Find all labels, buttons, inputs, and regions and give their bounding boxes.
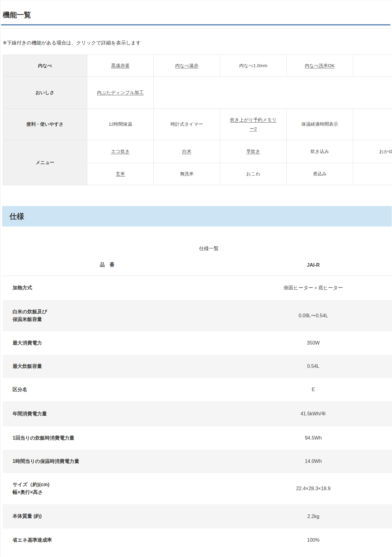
spec-value: 41.5kWh/年: [212, 401, 392, 426]
table-row: おいしさ 内ぶたディンプル加工: [3, 77, 392, 109]
specs-section-title: 仕様: [9, 212, 24, 221]
table-row: メニュー エコ炊き 白米 早炊き 炊き込み おかゆ: [3, 140, 392, 163]
table-row: 加熱方式 側面ヒーター＋底ヒーター: [3, 276, 392, 300]
specs-table-wrap: 仕様一覧 品 番 JAI-R 加熱方式 側面ヒーター＋底ヒーター 白米の炊飯及び…: [3, 246, 392, 552]
spec-value: 22.4×28.3×18.9: [212, 473, 392, 504]
feature-cell-empty: [353, 55, 392, 77]
feature-cell: おこわ: [220, 163, 287, 185]
feature-link[interactable]: 内ぶたディンプル加工: [97, 88, 144, 97]
feature-cell-empty: [353, 109, 392, 140]
table-row: 区分名 E: [3, 378, 392, 401]
feature-cell-empty: [353, 163, 392, 185]
feature-cell: 内ぶたディンプル加工: [87, 77, 154, 109]
spec-label: 最大炊飯容量: [3, 355, 212, 378]
spec-label: 省エネ基準達成率: [3, 528, 212, 552]
feature-link[interactable]: 内なべ遠赤: [175, 63, 198, 68]
feature-link[interactable]: 内なべ洗米OK: [305, 63, 334, 68]
functions-note: ※下線付きの機能がある場合は、クリックで詳細を表示します: [3, 40, 392, 46]
table-row: 1時間当りの保温時消費電力量 14.0Wh: [3, 450, 392, 473]
table-row: 年間消費電力量 41.5kWh/年: [3, 401, 392, 426]
feature-cell: 内なべ1.0mm: [220, 55, 287, 77]
feature-cell: 保温経過時間表示: [287, 109, 353, 140]
table-row: 省エネ基準達成率 100%: [3, 528, 392, 552]
table-row: 最大消費電力 350W: [3, 331, 392, 355]
spec-header-value: JAI-R: [212, 255, 392, 276]
feature-cell: 早炊き: [220, 140, 287, 163]
spec-value: 2.2kg: [212, 504, 392, 528]
row-label-inner-pot: 内なべ: [3, 55, 87, 77]
feature-cell-empty: [154, 77, 392, 109]
feature-cell: 煮込み: [287, 163, 353, 185]
feature-cell: 炊き込み: [287, 140, 353, 163]
table-row: 本体質量 (約) 2.2kg: [3, 504, 392, 528]
feature-cell: 玄米: [87, 163, 154, 185]
table-row: 内なべ 黒遠赤釜 内なべ遠赤 内なべ1.0mm 内なべ洗米OK: [3, 55, 392, 77]
spec-value: 100%: [212, 528, 392, 552]
spec-value: 14.0Wh: [212, 450, 392, 473]
spec-label: 1時間当りの保温時消費電力量: [3, 450, 212, 473]
spec-value: 350W: [212, 331, 392, 355]
spec-header-label: 品 番: [3, 255, 212, 276]
spec-label: 1回当りの炊飯時消費電力量: [3, 426, 212, 450]
spec-label: サイズ（約)(cm) 幅×奥行×高さ: [3, 473, 212, 504]
feature-link[interactable]: 黒遠赤釜: [111, 63, 130, 68]
feature-cell: 無洗米: [154, 163, 220, 185]
spec-label: 加熱方式: [3, 276, 212, 300]
spec-label: 最大消費電力: [3, 331, 212, 355]
spec-value: 0.54L: [212, 355, 392, 378]
spec-value: E: [212, 378, 392, 401]
section-divider-shadow: [1, 29, 390, 29]
specs-table-caption: 仕様一覧: [3, 246, 392, 252]
spec-label: 区分名: [3, 378, 212, 401]
table-row: 品 番 JAI-R: [3, 255, 392, 276]
feature-link[interactable]: 炊き上がり予約メモリー2: [229, 116, 277, 133]
feature-cell: 炊き上がり予約メモリー2: [220, 109, 287, 140]
feature-cell: 時計式タイマー: [154, 109, 220, 140]
spec-label: 本体質量 (約): [3, 504, 212, 528]
spec-value: 側面ヒーター＋底ヒーター: [212, 276, 392, 300]
table-row: 白米の炊飯及び 保温米飯容量 0.09L〜0.54L: [3, 300, 392, 331]
spec-value: 0.09L〜0.54L: [212, 300, 392, 331]
section-divider-rule: [1, 24, 390, 25]
feature-cell: 内なべ洗米OK: [287, 55, 353, 77]
feature-cell: エコ炊き: [87, 140, 154, 163]
table-row: サイズ（約)(cm) 幅×奥行×高さ 22.4×28.3×18.9: [3, 473, 392, 504]
feature-link[interactable]: 白米: [182, 149, 191, 154]
functions-section-title: 機能一覧: [3, 10, 392, 20]
row-label-menu: メニュー: [3, 140, 87, 185]
specs-table: 品 番 JAI-R 加熱方式 側面ヒーター＋底ヒーター 白米の炊飯及び 保温米飯…: [3, 255, 392, 552]
table-row: 1回当りの炊飯時消費電力量 94.5Wh: [3, 426, 392, 450]
functions-table: 内なべ 黒遠赤釜 内なべ遠赤 内なべ1.0mm 内なべ洗米OK おいしさ 内ぶた…: [3, 55, 392, 185]
feature-cell: 黒遠赤釜: [87, 55, 154, 77]
feature-cell: 内なべ遠赤: [154, 55, 220, 77]
feature-cell: 12時間保温: [87, 109, 154, 140]
specs-section-header: 仕様: [2, 206, 392, 227]
spec-value: 94.5Wh: [212, 426, 392, 450]
spec-label: 白米の炊飯及び 保温米飯容量: [3, 300, 212, 331]
page: 機能一覧 ※下線付きの機能がある場合は、クリックで詳細を表示します 内なべ 黒遠…: [0, 0, 392, 557]
feature-link[interactable]: 玄米: [116, 171, 125, 176]
row-label-taste: おいしさ: [3, 77, 87, 109]
table-row: 便利・使いやすさ 12時間保温 時計式タイマー 炊き上がり予約メモリー2 保温経…: [3, 109, 392, 140]
feature-link[interactable]: 早炊き: [246, 149, 260, 154]
row-label-convenience: 便利・使いやすさ: [3, 109, 87, 140]
feature-cell: 白米: [154, 140, 220, 163]
feature-cell: おかゆ: [353, 140, 392, 163]
table-row: 最大炊飯容量 0.54L: [3, 355, 392, 378]
feature-link[interactable]: エコ炊き: [111, 149, 130, 154]
spec-label: 年間消費電力量: [3, 401, 212, 426]
